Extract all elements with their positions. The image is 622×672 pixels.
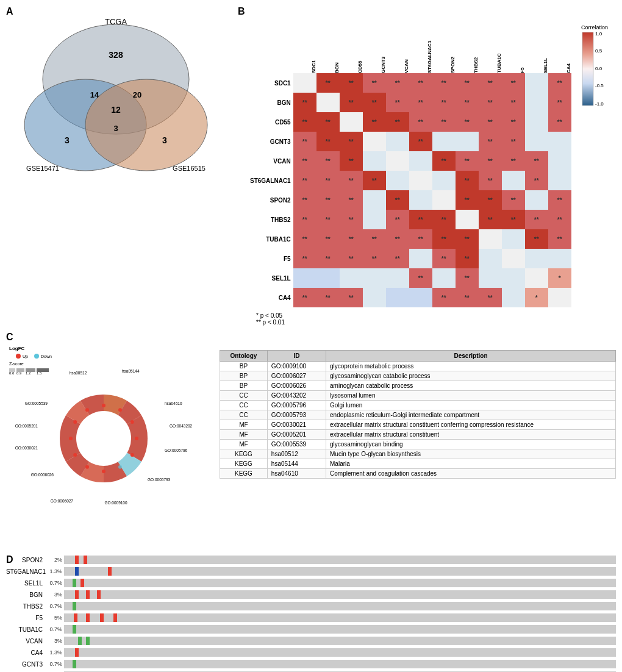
corr-cell-f5-gcnt3: **	[363, 249, 386, 268]
corr-cell-cd55-thbs2: **	[456, 112, 479, 132]
corr-cell-spon2-spon2	[432, 190, 456, 210]
oncoprint-gene-row: SPON22%	[6, 554, 616, 565]
corr-cell-gcnt3-vcan	[386, 132, 409, 151]
svg-point-44	[118, 408, 122, 412]
corr-cell-ca4-thbs2: **	[456, 288, 479, 307]
svg-point-22	[34, 354, 39, 359]
corr-cell-vcan-st6galnac1	[409, 151, 432, 171]
svg-text:14: 14	[90, 90, 99, 99]
col-header-f5: F5	[502, 24, 525, 73]
corr-cell-gcnt3-tuba1c: **	[479, 132, 502, 151]
oncoprint-tracks: SPON22%ST6GALNAC11.3%SEL1L0.7%BGN3%THBS2…	[6, 554, 616, 672]
oncoprint-track	[64, 579, 616, 587]
corr-cell-gcnt3-sel1l	[525, 132, 548, 151]
corr-cell-f5-cd55: **	[340, 249, 363, 268]
corr-cell-spon2-vcan: **	[386, 190, 409, 210]
go-cell-4-2: Golgi lumen	[326, 401, 616, 410]
oncoprint-gene-pct: 0.7%	[46, 603, 64, 609]
corr-cell-cd55-bgn: **	[316, 112, 340, 132]
go-cell-1-2: glycosaminoglycan catabolic process	[326, 371, 616, 381]
svg-point-35	[130, 453, 134, 457]
svg-text:1.2: 1.2	[26, 371, 31, 375]
svg-point-45	[130, 420, 134, 424]
corr-cell-vcan-spon2: **	[432, 151, 456, 171]
svg-text:0.5: 0.5	[595, 48, 602, 54]
svg-text:GO:0006027: GO:0006027	[51, 499, 74, 503]
col-header-sdc1: SDC1	[293, 24, 316, 73]
svg-point-43	[102, 404, 105, 407]
corr-legend-title: Correlation	[581, 24, 608, 30]
oncoprint-gene-pct: 0.7%	[46, 626, 64, 632]
go-cell-2-0: BP	[220, 381, 268, 391]
corr-cell-thbs2-f5: **	[502, 210, 525, 229]
row-label-vcan: VCAN	[250, 151, 293, 171]
corr-cell-spon2-tuba1c: **	[479, 190, 502, 210]
svg-text:hsa04610: hsa04610	[165, 401, 182, 406]
row-label-gcnt3: GCNT3	[250, 132, 293, 151]
oncoprint-mutation-amp	[86, 613, 90, 622]
svg-text:20: 20	[133, 90, 141, 99]
corr-cell-cd55-tuba1c: **	[479, 112, 502, 132]
go-cell-0-0: BP	[220, 362, 268, 371]
go-cell-9-2: Mucin type O-glycan biosynthesis	[326, 449, 616, 459]
corr-cell-sdc1-sel1l	[525, 73, 548, 93]
oncoprint-gene-name: BGN	[6, 592, 46, 598]
corr-cell-f5-st6galnac1	[409, 249, 432, 268]
go-table-ontology-header: Ontology	[220, 351, 268, 362]
go-cell-3-1: GO:0043202	[267, 391, 326, 401]
svg-text:GO:0009100: GO:0009100	[104, 501, 127, 505]
oncoprint-gene-row: VCAN3%	[6, 635, 616, 646]
go-cell-1-1: GO:0006027	[267, 371, 326, 381]
corr-cell-bgn-sdc1: **	[293, 93, 316, 112]
corr-cell-thbs2-vcan: **	[386, 210, 409, 229]
go-table-row: BPGO:0009100glycoprotein metabolic proce…	[220, 362, 616, 371]
svg-point-39	[73, 453, 77, 457]
svg-point-33	[76, 411, 131, 466]
oncoprint-gene-pct: 3%	[46, 638, 64, 644]
go-cell-8-2: glycosaminoglycan binding	[326, 440, 616, 449]
col-header-tuba1c: TUBA1C	[479, 24, 502, 73]
go-cell-11-1: hsa04610	[267, 469, 326, 479]
corr-cell-tuba1c-sel1l: **	[525, 229, 548, 249]
go-cell-8-1: GO:0005539	[267, 440, 326, 449]
corr-cell-sel1l-sel1l	[525, 268, 548, 288]
go-table-row: BPGO:0006026aminoglycan catabolic proces…	[220, 381, 616, 391]
corr-cell-st6galnac1-sel1l: **	[525, 171, 548, 190]
corr-cell-cd55-st6galnac1: **	[409, 112, 432, 132]
corr-cell-sdc1-bgn: **	[316, 73, 340, 93]
oncoprint-gene-pct: 2%	[46, 557, 64, 563]
col-header-bgn: BGN	[316, 24, 340, 73]
oncoprint-mutation-amp	[97, 590, 101, 599]
corr-cell-f5-f5	[502, 249, 525, 268]
row-label-bgn: BGN	[250, 93, 293, 112]
go-table-row: BPGO:0006027glycosaminoglycan catabolic …	[220, 371, 616, 381]
corr-cell-sel1l-cd55	[340, 268, 363, 288]
oncoprint-mutation-amp	[75, 590, 79, 599]
row-label-f5: F5	[250, 249, 293, 268]
corr-cell-gcnt3-spon2	[432, 132, 456, 151]
col-header-thbs2: THBS2	[456, 24, 479, 73]
svg-text:GO:0005539: GO:0005539	[25, 401, 48, 406]
corr-cell-ca4-st6galnac1	[409, 288, 432, 307]
corr-cell-ca4-cd55: **	[340, 288, 363, 307]
oncoprint-track	[64, 602, 616, 610]
go-table-row: MFGO:0005201extracellular matrix structu…	[220, 430, 616, 440]
corr-cell-cd55-vcan: **	[386, 112, 409, 132]
go-table-desc-header: Description	[326, 351, 616, 362]
svg-text:GO:0030021: GO:0030021	[15, 446, 38, 450]
svg-text:GSE16515: GSE16515	[173, 165, 206, 172]
corr-cell-gcnt3-thbs2	[456, 132, 479, 151]
svg-point-20	[16, 354, 21, 359]
svg-rect-13	[582, 32, 593, 105]
panel-b-label: B	[238, 6, 245, 17]
corr-cell-cd55-gcnt3: **	[363, 112, 386, 132]
corr-cell-sdc1-thbs2: **	[456, 73, 479, 93]
corr-cell-vcan-f5: **	[502, 151, 525, 171]
go-cell-3-2: lysosomal lumen	[326, 391, 616, 401]
corr-cell-gcnt3-sdc1: **	[293, 132, 316, 151]
svg-point-41	[73, 420, 77, 424]
corr-cell-bgn-thbs2: **	[456, 93, 479, 112]
svg-text:3: 3	[65, 135, 70, 145]
oncoprint-mutation-mis	[73, 625, 76, 634]
row-label-sel1l: SEL1L	[250, 268, 293, 288]
